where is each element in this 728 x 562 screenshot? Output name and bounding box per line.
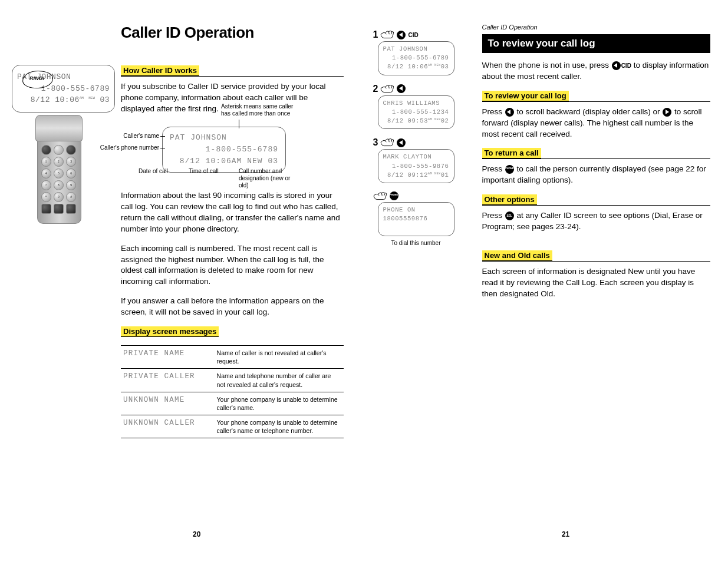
hand-icon [380, 138, 394, 147]
step-lcd: PAT JOHNSON1-800-555-67898/12 10:06AM NE… [378, 41, 454, 75]
section-review-log: To review your call log [482, 91, 569, 101]
section-how-caller-id: How Caller ID works [121, 65, 199, 76]
display-messages-table: PRIVATE NAMEName of caller is not reveal… [121, 345, 344, 438]
phone-illustration-column: RING! PAT JOHNSON 1-800-555-6789 8/12 10… [12, 24, 112, 538]
paragraph: Press to call the person currently displ… [482, 164, 711, 186]
arrow-left-icon [505, 108, 514, 117]
review-title-bar: To review your call log [482, 34, 711, 53]
table-row: PRIVATE CALLERName and telephone number … [121, 369, 344, 392]
paragraph: Each incoming call is numbered. The most… [121, 243, 344, 288]
steps-column: 1CIDPAT JOHNSON1-800-555-67898/12 10:06A… [373, 24, 473, 538]
phone-button-icon [390, 191, 398, 200]
paragraph: If you answer a call before the informat… [121, 296, 344, 318]
table-row: PRIVATE NAMEName of caller is not reveal… [121, 346, 344, 369]
section-other-options: Other options [482, 194, 537, 205]
paragraph: When the phone is not in use, press CID … [482, 60, 711, 82]
left-text-column: Caller ID Operation How Caller ID works … [121, 24, 355, 538]
annotated-lcd-diagram: Asterisk means same caller has called mo… [162, 127, 344, 173]
hand-icon [380, 84, 394, 94]
step-lcd: MARK CLAYTON1-800-555-98768/12 09:12AM N… [378, 149, 454, 183]
section-display-messages: Display screen messages [121, 326, 219, 337]
section-new-old: New and Old calls [482, 250, 552, 261]
annotation-time: Time of call [189, 168, 219, 175]
page-number: 21 [562, 530, 569, 538]
paragraph: Information about the last 90 incoming c… [121, 190, 344, 235]
annotation-asterisk: Asterisk means same caller has called mo… [221, 103, 298, 117]
phone-lcd-large: PAT JOHNSON 1-800-555-6789 8/12 10:06AM … [12, 65, 115, 113]
annotation-callnum: Call number and designation (new or old) [239, 168, 292, 189]
dial-lcd: PHONE ON 18005559876 [378, 202, 454, 236]
dial-caption: To dial this number [378, 240, 454, 246]
page-title: Caller ID Operation [121, 24, 344, 42]
hand-icon [373, 191, 387, 201]
arrow-left-icon [397, 84, 406, 93]
hand-icon [380, 30, 394, 39]
lcd-dateline: 8/12 10:06AM NEW 03 [17, 94, 110, 106]
page-number: 20 [193, 530, 200, 538]
paragraph: Press at any Caller ID screen to see opt… [482, 210, 711, 233]
arrow-left-icon [397, 138, 406, 147]
annotation-date: Date of call [139, 168, 168, 175]
arrow-left-icon [397, 31, 406, 39]
step-lcd: CHRIS WILLIAMS1-800-555-12348/12 09:53AM… [378, 95, 454, 130]
running-head: Caller ID Operation [482, 24, 711, 31]
phone-button-icon [505, 165, 514, 174]
step-3: 3MARK CLAYTON1-800-555-98768/12 09:12AM … [373, 137, 473, 183]
handset-keypad: 123 456 789 *0# [37, 141, 81, 224]
annotation-caller-phone: Caller's phone number [97, 144, 159, 151]
step-1: 1CIDPAT JOHNSON1-800-555-67898/12 10:06A… [373, 29, 473, 75]
sel-button-icon [505, 211, 514, 220]
table-row: UNKNOWN CALLERYour phone company is unab… [121, 415, 344, 438]
handset-top [35, 115, 83, 141]
paragraph: Each screen of information is designated… [482, 266, 711, 300]
step-2: 2CHRIS WILLIAMS1-800-555-12348/12 09:53A… [373, 84, 473, 130]
dial-step: PHONE ON 18005559876 To dial this number [373, 191, 473, 246]
annotation-caller-name: Caller's name [121, 133, 159, 140]
section-return-call: To return a call [482, 148, 541, 158]
ring-balloon: RING! [29, 75, 45, 81]
paragraph: Press to scroll backward (display older … [482, 107, 711, 140]
arrow-right-icon [663, 108, 671, 117]
right-text-column: Caller ID Operation To review your call … [482, 24, 717, 538]
table-row: UNKNOWN NAMEYour phone company is unable… [121, 392, 344, 415]
cid-button-icon [612, 61, 621, 70]
cid-label: CID [408, 32, 418, 38]
